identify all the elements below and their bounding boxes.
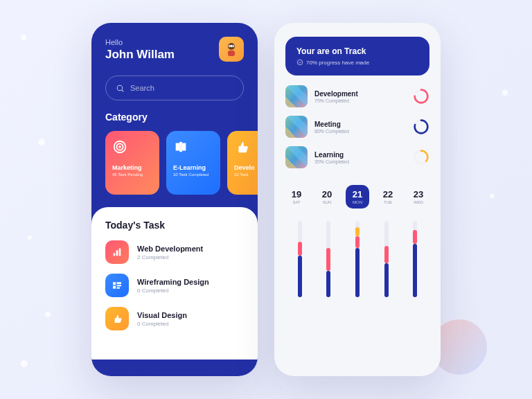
card-sub: 10 Task Completed xyxy=(173,172,213,177)
bar-col-19 xyxy=(298,221,302,297)
prog-name: Meeting xyxy=(314,121,349,128)
progress-ring xyxy=(413,149,429,166)
prog-sub: 75% Completed xyxy=(314,98,358,103)
avatar-face-icon xyxy=(223,41,240,57)
task-item[interactable]: Wireframing Design0 Completed xyxy=(105,274,244,297)
task-item[interactable]: Visual Design0 Completed xyxy=(105,307,244,330)
date-19[interactable]: 19SAT xyxy=(285,185,308,209)
bar-seg xyxy=(355,227,360,236)
category-title: Category xyxy=(91,112,258,131)
thumbs-up-icon xyxy=(105,307,129,330)
date-day: MON xyxy=(348,200,366,204)
tasks-title: Today's Task xyxy=(105,220,244,231)
date-22[interactable]: 22TUE xyxy=(376,185,400,209)
task-name: Wireframing Design xyxy=(137,278,209,286)
abstract-icon xyxy=(285,146,308,168)
bar-seg xyxy=(384,246,389,263)
search-placeholder: Search xyxy=(130,84,154,92)
progress-ring xyxy=(413,88,429,105)
progress-item[interactable]: Meeting80% Completed xyxy=(285,116,429,138)
date-20[interactable]: 20SUN xyxy=(315,185,339,209)
progress-list: Development75% Completed Meeting80% Comp… xyxy=(274,85,441,168)
category-card-develop[interactable]: Develo 10 Task xyxy=(227,131,258,195)
date-21[interactable]: 21MON xyxy=(346,185,369,209)
category-card-elearning[interactable]: E-Learning 10 Task Completed xyxy=(166,131,220,195)
thumbs-up-icon xyxy=(234,139,249,154)
tasks-panel: Today's Task Web Development2 Completed … xyxy=(91,207,258,360)
svg-rect-15 xyxy=(116,282,121,284)
card-sub: 10 Task xyxy=(234,172,258,177)
task-sub: 2 Completed xyxy=(137,254,203,260)
bar-seg xyxy=(298,256,302,298)
phone-home: Hello John Willam Search Category Market… xyxy=(91,23,258,376)
bar-seg xyxy=(326,248,330,271)
bar-col-21 xyxy=(355,221,360,297)
svg-rect-9 xyxy=(179,142,182,152)
card-sub: 45 Task Pending xyxy=(112,172,152,177)
date-day: WED xyxy=(409,200,427,204)
date-23[interactable]: 23WED xyxy=(407,185,430,209)
date-day: SUN xyxy=(318,200,336,204)
abstract-icon xyxy=(285,85,308,107)
task-sub: 0 Completed xyxy=(137,321,187,327)
svg-rect-17 xyxy=(116,287,120,289)
bar-seg xyxy=(298,242,302,256)
svg-point-3 xyxy=(232,46,233,47)
svg-rect-11 xyxy=(116,250,118,256)
card-title: Develo xyxy=(234,164,258,171)
task-name: Visual Design xyxy=(137,311,187,319)
prog-name: Development xyxy=(314,90,358,98)
svg-rect-14 xyxy=(113,286,116,289)
svg-point-8 xyxy=(119,146,121,148)
progress-item[interactable]: Development75% Completed xyxy=(285,85,429,107)
task-sub: 0 Completed xyxy=(137,287,209,294)
track-banner: Your are on Track 70% progress have made xyxy=(285,37,429,76)
svg-point-18 xyxy=(297,60,303,65)
bar-seg xyxy=(413,230,417,244)
bar-seg xyxy=(384,263,389,298)
prog-sub: 35% Completed xyxy=(314,159,349,164)
target-icon xyxy=(112,139,127,154)
progress-ring xyxy=(413,118,429,135)
avatar[interactable] xyxy=(219,37,244,62)
svg-rect-16 xyxy=(116,285,121,286)
svg-point-2 xyxy=(229,46,231,47)
header: Hello John Willam xyxy=(91,23,258,71)
bar-col-23 xyxy=(413,221,417,297)
date-day: SAT xyxy=(287,200,305,204)
date-day: TUE xyxy=(379,200,397,204)
progress-item[interactable]: Learning35% Completed xyxy=(285,146,429,168)
bar-seg xyxy=(355,248,360,298)
bar-col-22 xyxy=(384,221,389,297)
bar-chart xyxy=(274,214,441,311)
date-num: 23 xyxy=(409,189,427,200)
search-input[interactable]: Search xyxy=(105,76,244,100)
bar-seg xyxy=(355,236,360,248)
chart-bar-icon xyxy=(105,240,129,264)
date-num: 19 xyxy=(287,189,305,200)
check-circle-icon xyxy=(296,59,303,66)
date-num: 22 xyxy=(379,189,397,200)
track-sub: 70% progress have made xyxy=(296,59,418,66)
date-picker: 19SAT20SUN21MON22TUE23WED xyxy=(274,177,441,214)
track-title: Your are on Track xyxy=(296,46,418,56)
wireframe-icon xyxy=(105,274,129,297)
svg-rect-4 xyxy=(228,51,235,56)
abstract-icon xyxy=(285,116,308,138)
prog-name: Learning xyxy=(314,151,349,159)
bar-seg xyxy=(413,244,417,297)
book-icon xyxy=(173,139,188,154)
bar-col-20 xyxy=(326,221,330,297)
bar-seg xyxy=(326,271,330,298)
prog-sub: 80% Completed xyxy=(314,129,349,134)
track-sub-text: 70% progress have made xyxy=(306,60,369,66)
category-cards: Marketing 45 Task Pending E-Learning 10 … xyxy=(91,131,258,195)
svg-rect-13 xyxy=(113,282,116,285)
date-num: 21 xyxy=(348,189,366,200)
card-title: Marketing xyxy=(112,164,152,171)
search-icon xyxy=(116,84,125,93)
date-num: 20 xyxy=(318,189,336,200)
category-card-marketing[interactable]: Marketing 45 Task Pending xyxy=(105,131,159,195)
task-item[interactable]: Web Development2 Completed xyxy=(105,240,244,264)
svg-point-5 xyxy=(117,85,123,91)
